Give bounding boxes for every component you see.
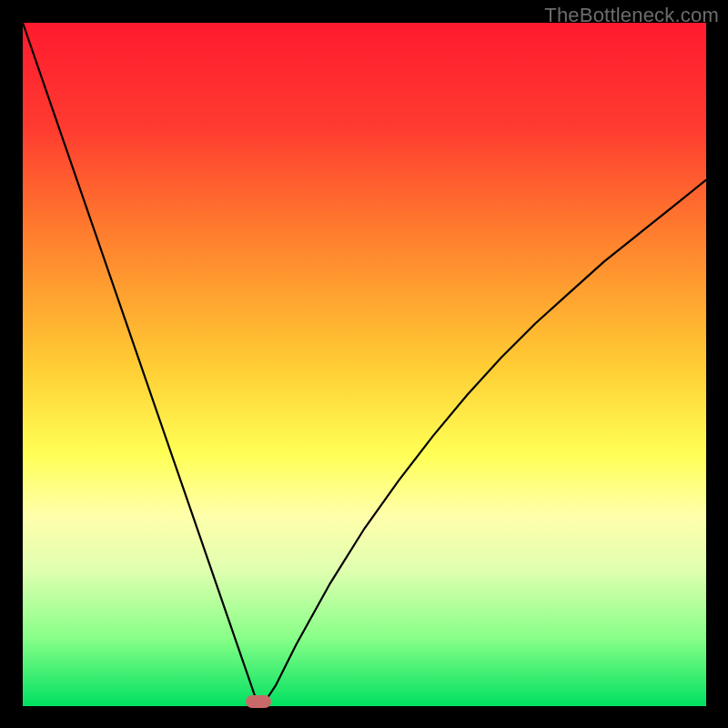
watermark-text: TheBottleneck.com: [544, 4, 719, 27]
bottleneck-curve: [23, 23, 706, 706]
chart-frame: TheBottleneck.com: [0, 0, 728, 728]
optimum-marker: [246, 695, 271, 708]
